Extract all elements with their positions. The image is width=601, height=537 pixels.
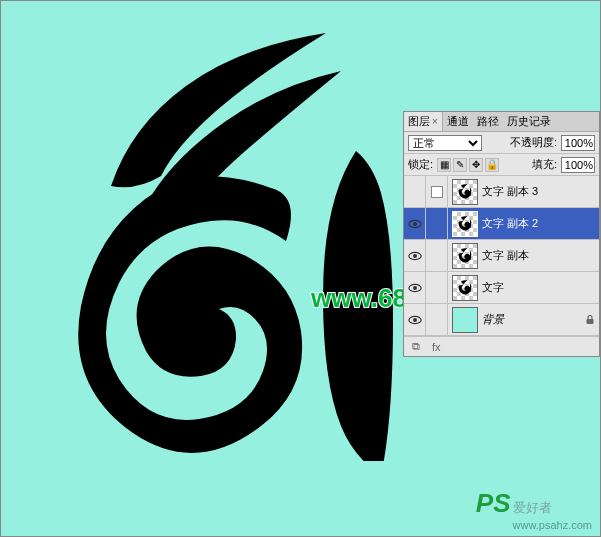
lock-brush-icon[interactable]: ✎ [453, 158, 467, 172]
fill-label: 填充: [532, 157, 557, 172]
tab-layers-label: 图层 [408, 114, 430, 129]
layer-thumbnail[interactable] [452, 179, 478, 205]
svg-point-5 [412, 253, 416, 257]
panel-tabs: 图层 × 通道 路径 历史记录 [404, 112, 599, 132]
layer-thumbnail[interactable] [452, 307, 478, 333]
link-col[interactable] [426, 176, 448, 207]
svg-point-9 [412, 317, 416, 321]
watermark-bottom: PS 爱好者 www.psahz.com [476, 488, 592, 532]
brand-ps: PS [476, 488, 511, 519]
lock-label: 锁定: [408, 157, 433, 172]
panel-footer: ⧉ fx [404, 336, 599, 356]
layers-list: 文字 副本 3文字 副本 2文字 副本文字背景 [404, 176, 599, 336]
layer-row[interactable]: 文字 副本 2 [404, 208, 599, 240]
lock-row: 锁定: ▦ ✎ ✥ 🔒 填充: [404, 154, 599, 176]
layer-thumbnail[interactable] [452, 211, 478, 237]
svg-point-3 [412, 221, 416, 225]
opacity-input[interactable] [561, 135, 595, 151]
svg-rect-10 [587, 319, 594, 324]
layer-checkbox[interactable] [431, 186, 443, 198]
lock-pixels-icon[interactable]: ▦ [437, 158, 451, 172]
layer-thumbnail[interactable] [452, 275, 478, 301]
visibility-toggle[interactable] [404, 272, 426, 303]
layer-name[interactable]: 文字 副本 3 [482, 184, 599, 199]
tab-channels[interactable]: 通道 [443, 112, 473, 131]
brand-text: 爱好者 [513, 500, 552, 515]
tab-paths[interactable]: 路径 [473, 112, 503, 131]
layer-row[interactable]: 背景 [404, 304, 599, 336]
visibility-toggle[interactable] [404, 208, 426, 239]
close-icon[interactable]: × [432, 116, 438, 127]
tab-layers[interactable]: 图层 × [404, 112, 443, 131]
svg-point-7 [412, 285, 416, 289]
layer-row[interactable]: 文字 副本 3 [404, 176, 599, 208]
artwork-logo [41, 31, 401, 461]
layers-panel: 图层 × 通道 路径 历史记录 正常 不透明度: 锁定: ▦ ✎ ✥ 🔒 填充:… [403, 111, 600, 357]
lock-move-icon[interactable]: ✥ [469, 158, 483, 172]
blend-row: 正常 不透明度: [404, 132, 599, 154]
layer-name[interactable]: 背景 [482, 312, 585, 327]
visibility-toggle[interactable] [404, 240, 426, 271]
lock-all-icon[interactable]: 🔒 [485, 158, 499, 172]
layer-name[interactable]: 文字 副本 2 [482, 216, 599, 231]
tab-history[interactable]: 历史记录 [503, 112, 555, 131]
visibility-toggle[interactable] [404, 304, 426, 335]
link-col[interactable] [426, 208, 448, 239]
logo-svg [41, 31, 401, 461]
fx-icon[interactable]: fx [430, 341, 443, 353]
layer-name[interactable]: 文字 [482, 280, 599, 295]
visibility-toggle[interactable] [404, 176, 426, 207]
lock-icon [585, 315, 595, 325]
layer-thumbnail[interactable] [452, 243, 478, 269]
lock-icons: ▦ ✎ ✥ 🔒 [437, 158, 499, 172]
layer-row[interactable]: 文字 副本 [404, 240, 599, 272]
blend-mode-select[interactable]: 正常 [408, 135, 482, 151]
layer-name[interactable]: 文字 副本 [482, 248, 599, 263]
fill-input[interactable] [561, 157, 595, 173]
link-layers-icon[interactable]: ⧉ [410, 340, 422, 353]
brand-url: www.psahz.com [513, 519, 592, 531]
layer-row[interactable]: 文字 [404, 272, 599, 304]
opacity-label: 不透明度: [510, 135, 557, 150]
link-col[interactable] [426, 304, 448, 335]
link-col[interactable] [426, 272, 448, 303]
link-col[interactable] [426, 240, 448, 271]
